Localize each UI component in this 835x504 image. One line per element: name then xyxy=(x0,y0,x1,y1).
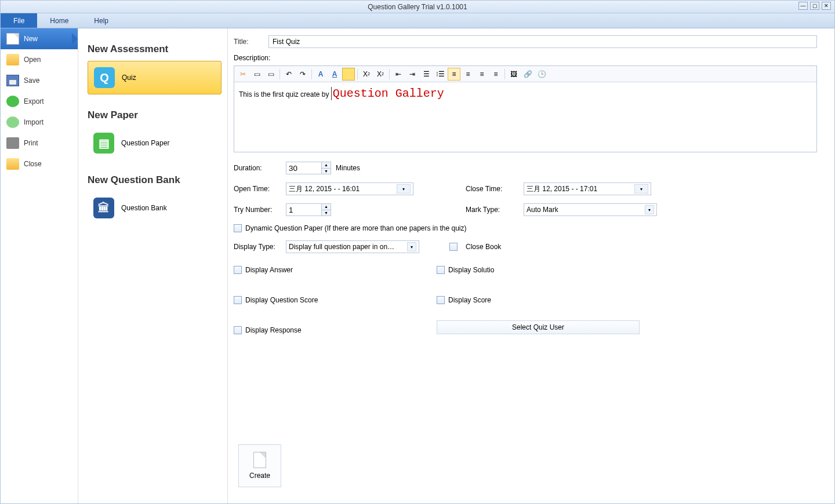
display-response-checkbox[interactable] xyxy=(234,326,242,334)
spin-up-icon[interactable]: ▲ xyxy=(321,162,331,169)
title-input[interactable] xyxy=(268,35,817,48)
clock-icon[interactable]: 🕒 xyxy=(535,68,548,81)
mark-type-select[interactable]: Auto Mark ▾ xyxy=(524,203,657,216)
mid-question-bank-label: Question Bank xyxy=(121,204,167,212)
superscript-icon[interactable]: X2 xyxy=(374,68,387,81)
spin-down-icon[interactable]: ▼ xyxy=(321,169,331,174)
main-area: New Open Save Export Import Print xyxy=(1,28,834,503)
menu-home[interactable]: Home xyxy=(37,13,81,28)
open-time-value: 三月 12, 2015 - - 16:01 xyxy=(289,184,360,194)
font-bg-icon[interactable]: A xyxy=(328,68,341,81)
sidebar-print[interactable]: Print xyxy=(1,133,78,154)
calendar-dropdown-icon[interactable]: ▾ xyxy=(397,184,411,193)
font-color-icon[interactable]: A xyxy=(314,68,327,81)
display-answer-row: Display Answer xyxy=(234,266,437,274)
menubar: File Home Help xyxy=(1,13,834,28)
new-bank-header: New Question Bank xyxy=(88,174,222,186)
display-answer-checkbox[interactable] xyxy=(234,266,242,274)
title-label: Title: xyxy=(234,38,268,46)
mid-item-quiz[interactable]: Q Quiz xyxy=(88,61,222,94)
try-number-input[interactable] xyxy=(286,204,321,216)
display-solution-label: Display Solutio xyxy=(448,266,494,274)
minimize-button[interactable]: — xyxy=(798,2,808,10)
display-type-select[interactable]: Display full question paper in on… ▾ xyxy=(286,240,419,253)
display-question-score-checkbox[interactable] xyxy=(234,296,242,304)
window-title: Question Gallery Trial v1.0.1001 xyxy=(368,3,467,11)
toolbar-separator xyxy=(311,69,312,79)
align-left-icon[interactable]: ≡ xyxy=(448,68,460,81)
toolbar-separator xyxy=(504,69,505,79)
sidebar-save-label: Save xyxy=(24,76,39,85)
sidebar-import[interactable]: Import xyxy=(1,112,78,133)
try-number-spinner[interactable]: ▲▼ xyxy=(286,203,331,216)
close-book-checkbox[interactable] xyxy=(449,243,458,251)
sidebar-open[interactable]: Open xyxy=(1,49,78,70)
spin-down-icon[interactable]: ▼ xyxy=(321,210,331,216)
align-center-icon[interactable]: ≡ xyxy=(462,68,474,81)
sidebar-left: New Open Save Export Import Print xyxy=(1,28,78,503)
chevron-down-icon[interactable]: ▾ xyxy=(407,242,416,251)
close-time-input[interactable]: 三月 12, 2015 - - 17:01 ▾ xyxy=(524,182,651,195)
title-row: Title: xyxy=(234,35,817,48)
question-paper-icon: ▤ xyxy=(93,133,114,154)
sidebar-export[interactable]: Export xyxy=(1,91,78,112)
mark-type-label: Mark Type: xyxy=(466,206,524,214)
chevron-down-icon[interactable]: ▾ xyxy=(645,205,654,214)
folder-close-icon xyxy=(6,158,19,170)
quiz-icon: Q xyxy=(94,67,115,88)
folder-open-icon xyxy=(6,54,19,65)
duration-spinner[interactable]: ▲▼ xyxy=(286,162,331,174)
image-icon[interactable]: 🖼 xyxy=(507,68,520,81)
close-window-button[interactable]: ✕ xyxy=(822,2,831,10)
align-right-icon[interactable]: ≡ xyxy=(475,68,488,81)
duration-input[interactable] xyxy=(286,162,321,174)
unordered-list-icon[interactable]: ⁝☰ xyxy=(434,68,446,81)
sidebar-save[interactable]: Save xyxy=(1,70,78,91)
undo-icon[interactable]: ↶ xyxy=(282,68,295,81)
calendar-dropdown-icon[interactable]: ▾ xyxy=(634,184,648,193)
outdent-icon[interactable]: ⇤ xyxy=(392,68,405,81)
link-icon[interactable]: 🔗 xyxy=(521,68,534,81)
subscript-icon[interactable]: X2 xyxy=(360,68,373,81)
toolbar-separator xyxy=(279,69,280,79)
redo-icon[interactable]: ↷ xyxy=(296,68,309,81)
highlight-icon[interactable] xyxy=(342,68,355,81)
printer-icon xyxy=(6,137,19,149)
mid-item-question-bank[interactable]: 🏛 Question Bank xyxy=(88,192,222,224)
page-icon xyxy=(6,33,19,45)
ordered-list-icon[interactable]: ☰ xyxy=(420,68,433,81)
create-button[interactable]: Create xyxy=(238,444,281,487)
sidebar-close-label: Close xyxy=(24,160,42,168)
indent-icon[interactable]: ⇥ xyxy=(406,68,419,81)
mid-item-question-paper[interactable]: ▤ Question Paper xyxy=(88,127,222,159)
sidebar-new-label: New xyxy=(24,35,38,43)
rte-body[interactable]: This is the first quiz create by Questio… xyxy=(234,82,816,152)
select-quiz-user-button[interactable]: Select Quiz User xyxy=(437,320,640,334)
paste-icon[interactable]: ✂ xyxy=(237,68,249,81)
display-answer-label: Display Answer xyxy=(245,266,293,274)
spin-up-icon[interactable]: ▲ xyxy=(321,204,331,210)
copy-format-icon[interactable]: ▭ xyxy=(251,68,263,81)
display-score-checkbox[interactable] xyxy=(437,296,445,304)
sidebar-mid: New Assessment Q Quiz New Paper ▤ Questi… xyxy=(78,28,228,503)
settings-grid: Duration: ▲▼ Minutes Open Time: 三月 12, 2… xyxy=(234,162,817,216)
close-time-label: Close Time: xyxy=(466,185,524,193)
clear-format-icon[interactable]: ▭ xyxy=(264,68,277,81)
display-solution-row: Display Solutio xyxy=(437,266,640,274)
sidebar-export-label: Export xyxy=(24,97,44,105)
try-number-label: Try Number: xyxy=(234,206,286,214)
dynamic-qp-row: Dynamic Question Paper (If there are mor… xyxy=(234,224,817,232)
open-time-input[interactable]: 三月 12, 2015 - - 16:01 ▾ xyxy=(286,182,413,195)
sidebar-new[interactable]: New xyxy=(1,28,78,49)
display-solution-checkbox[interactable] xyxy=(437,266,445,274)
rte-text-before: This is the first quiz create by xyxy=(239,90,331,98)
align-justify-icon[interactable]: ≡ xyxy=(489,68,502,81)
display-question-score-row: Display Question Score xyxy=(234,296,437,304)
menu-file[interactable]: File xyxy=(1,13,37,28)
sidebar-close[interactable]: Close xyxy=(1,154,78,174)
maximize-button[interactable]: ▢ xyxy=(810,2,819,10)
dynamic-qp-checkbox[interactable] xyxy=(234,224,242,232)
create-button-label: Create xyxy=(249,472,270,480)
menu-help[interactable]: Help xyxy=(81,13,121,28)
app-window: Question Gallery Trial v1.0.1001 — ▢ ✕ F… xyxy=(0,0,835,504)
